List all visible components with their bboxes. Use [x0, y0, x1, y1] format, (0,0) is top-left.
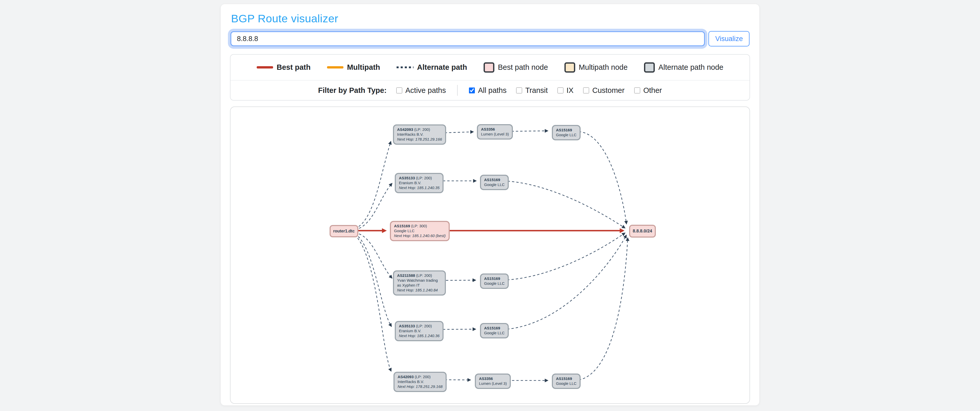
- node-as15169-e[interactable]: AS15169 Google LLC: [552, 373, 581, 389]
- legend-best-path-node: Best path node: [484, 62, 548, 73]
- edge-path1-hop2-hop3: [507, 131, 547, 131]
- filter-row: Filter by Path Type: Active paths All pa…: [231, 81, 749, 100]
- node-as35133-b[interactable]: AS35133 (LP: 200) Eranium B.V. Next Hop:…: [395, 321, 444, 341]
- legend-label: Multipath node: [579, 63, 628, 71]
- org-name: InterRacks B.V.: [397, 132, 442, 137]
- prefix-input[interactable]: [231, 31, 705, 46]
- customer-checkbox[interactable]: [583, 87, 589, 94]
- next-hop: Next Hop: 185.1.240.36: [399, 333, 439, 338]
- checkbox-label: Customer: [592, 86, 625, 95]
- node-as3356-a[interactable]: AS3356 Lumen (Level 3): [477, 124, 513, 140]
- node-as42093-a[interactable]: AS42093 (LP: 200) InterRacks B.V. Next H…: [393, 124, 446, 145]
- search-row: Visualize: [231, 31, 749, 46]
- best-path-line-swatch: [257, 66, 273, 68]
- node-as42093-b[interactable]: AS42093 (LP: 200) InterRacks B.V. Next H…: [393, 372, 447, 392]
- local-pref: (LP: 200): [415, 375, 431, 379]
- alternate-path-line-swatch: [396, 67, 414, 68]
- checkbox-label: IX: [566, 86, 573, 95]
- checkbox-label: All paths: [478, 86, 506, 95]
- alternate-path-node-swatch: [644, 62, 655, 73]
- node-as15169-c[interactable]: AS15169 Google LLC: [480, 273, 509, 289]
- legend-label: Best path: [277, 63, 310, 71]
- org-name: Lumen (Level 3): [479, 381, 507, 386]
- as-number: AS211588: [397, 273, 415, 278]
- local-pref: (LP: 200): [416, 324, 432, 328]
- org-name: Google LLC: [484, 182, 504, 187]
- legend-best-path: Best path: [257, 63, 310, 71]
- filter-group-divider: [457, 85, 458, 96]
- edge-router-to-path3: [355, 233, 392, 278]
- as-number: AS3356: [479, 376, 493, 381]
- node-as3356-b[interactable]: AS3356 Lumen (Level 3): [475, 373, 511, 389]
- org-name: Google LLC: [556, 381, 576, 386]
- next-hop: Next Hop: 178.251.29.166: [397, 137, 442, 142]
- local-pref: (LP: 200): [414, 127, 430, 132]
- multipath-node-swatch: [565, 62, 575, 73]
- as-number: AS35133: [399, 176, 415, 180]
- legend-multipath: Multipath: [327, 63, 380, 71]
- org-name: Lumen (Level 3): [481, 132, 509, 137]
- checkbox-label: Transit: [525, 86, 548, 95]
- legend-label: Alternate path node: [659, 63, 723, 71]
- next-hop: Next Hop: 178.251.29.168: [398, 384, 442, 389]
- node-as211588[interactable]: AS211588 (LP: 200) Yvan Watchman trading…: [393, 270, 446, 295]
- node-best-as15169[interactable]: AS15169 (LP: 300) Google LLC Next Hop: 1…: [390, 221, 450, 241]
- legend-multipath-node: Multipath node: [565, 62, 628, 73]
- node-as15169-a[interactable]: AS15169 Google LLC: [552, 125, 581, 140]
- edge-path4-to-prefix: [507, 235, 626, 329]
- app-card: BGP Route visualizer Visualize Best path…: [221, 4, 759, 406]
- checkbox-label: Active paths: [405, 86, 446, 95]
- legend-alternate-path: Alternate path: [396, 63, 467, 71]
- checkbox-ix[interactable]: IX: [557, 86, 573, 95]
- local-pref: (LP: 200): [416, 273, 432, 278]
- active-paths-checkbox[interactable]: [396, 87, 402, 94]
- other-checkbox[interactable]: [634, 87, 640, 94]
- as-number: AS15169: [394, 224, 410, 228]
- checkbox-transit[interactable]: Transit: [516, 86, 548, 95]
- node-source-router[interactable]: router1.dtc: [329, 225, 358, 237]
- as-number: AS3356: [481, 127, 495, 131]
- transit-checkbox[interactable]: [516, 87, 522, 94]
- as-number: AS42093: [398, 375, 414, 379]
- edge-path2-to-prefix: [508, 181, 625, 228]
- best-path-node-swatch: [484, 62, 494, 73]
- all-paths-checkbox[interactable]: [469, 87, 475, 94]
- legend-alternate-path-node: Alternate path node: [644, 62, 723, 73]
- edge-path1-to-prefix: [579, 132, 626, 224]
- as-number: AS35133: [399, 324, 415, 328]
- edge-path3-to-prefix: [507, 233, 625, 280]
- local-pref: (LP: 300): [411, 224, 427, 228]
- as-number: AS15169: [556, 376, 572, 381]
- legend-label: Best path node: [498, 63, 548, 71]
- node-as35133-a[interactable]: AS35133 (LP: 200) Eranium B.V. Next Hop:…: [395, 173, 444, 193]
- legend-filter-panel: Best path Multipath Alternate path Best …: [230, 54, 750, 101]
- checkbox-other[interactable]: Other: [634, 86, 662, 95]
- node-as15169-d[interactable]: AS15169 Google LLC: [480, 323, 509, 338]
- org-name: Google LLC: [484, 281, 504, 286]
- org-name: Eranium B.V.: [399, 181, 439, 186]
- visualize-button[interactable]: Visualize: [708, 31, 749, 46]
- next-hop: Next Hop: 185.1.240.35: [399, 186, 439, 190]
- as-number: AS15169: [484, 326, 500, 330]
- checkbox-label: Other: [643, 86, 662, 95]
- ix-checkbox[interactable]: [557, 87, 563, 94]
- as-number: AS15169: [556, 128, 572, 132]
- org-name: Google LLC: [484, 331, 504, 336]
- edge-router-to-path2: [355, 184, 392, 230]
- checkbox-customer[interactable]: Customer: [583, 86, 625, 95]
- node-as15169-b[interactable]: AS15169 Google LLC: [480, 175, 509, 190]
- checkbox-all-paths[interactable]: All paths: [469, 86, 506, 95]
- local-pref: (LP: 200): [416, 176, 432, 180]
- next-hop: Next Hop: 185.1.240.60 (best): [394, 233, 445, 238]
- edge-path3-hop1-hop2: [442, 280, 476, 281]
- legend-label: Alternate path: [417, 63, 467, 71]
- edge-path5-to-prefix: [579, 238, 628, 380]
- bgp-graph-panel: router1.dtc 8.8.8.0/24 AS15169 (LP: 300)…: [230, 106, 750, 404]
- as-number: AS15169: [484, 178, 500, 182]
- edge-router-to-path5: [355, 235, 391, 371]
- node-destination-prefix[interactable]: 8.8.8.0/24: [629, 225, 656, 238]
- next-hop: Next Hop: 185.1.240.84: [397, 288, 442, 293]
- filter-title: Filter by Path Type:: [318, 86, 387, 95]
- org-name: Eranium B.V.: [399, 328, 439, 333]
- checkbox-active-paths[interactable]: Active paths: [396, 86, 446, 95]
